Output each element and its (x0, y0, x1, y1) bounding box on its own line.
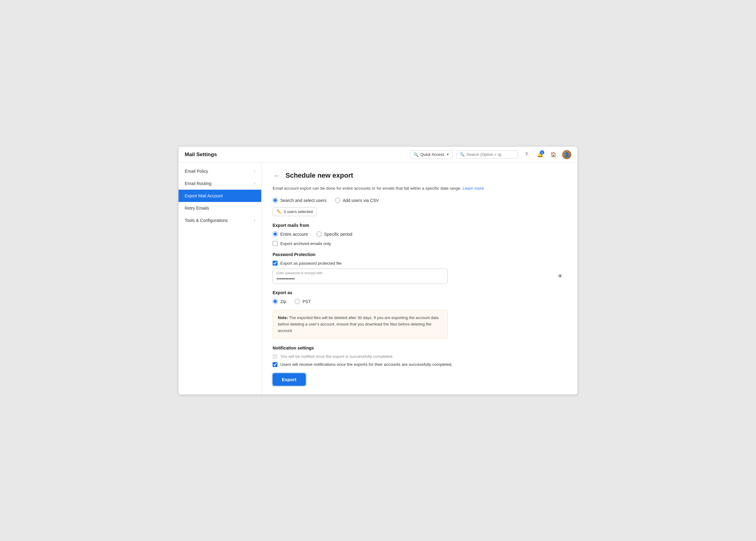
chevron-right-icon: › (254, 181, 255, 186)
password-protect-label: Export as password protected file (280, 261, 342, 266)
specific-period-radio[interactable] (316, 232, 322, 237)
sidebar-item-label: Email Routing (185, 181, 211, 186)
learn-more-link[interactable]: Learn more (463, 186, 484, 191)
app-title: Mail Settings (185, 152, 217, 158)
sidebar-item-email-policy[interactable]: Email Policy › (179, 165, 261, 177)
export-format-radio-group: Zip PST (272, 299, 567, 304)
top-bar-right: 🔍 Quick Access ▼ 🔍 ? 🔔 1 🏠 👤 (410, 150, 571, 160)
export-period-radio-group: Entire account Specific period (272, 232, 567, 237)
export-as-section: Export as Zip PST (272, 290, 567, 304)
sidebar-item-label: Tools & Configurations (185, 218, 228, 223)
pencil-icon: ✏️ (276, 209, 281, 214)
users-selected-tag[interactable]: ✏️ 3 users selected (272, 207, 317, 216)
back-arrow-icon: ← (274, 172, 280, 179)
export-mails-from-section: Export mails from Entire account Specifi… (272, 223, 567, 246)
notify-self-checkbox[interactable] (272, 354, 277, 359)
export-archived-option[interactable]: Export archived emails only (272, 241, 567, 246)
quick-access-label: Quick Access (420, 152, 444, 157)
pst-label: PST (302, 299, 311, 304)
sidebar-item-label: Retry Emails (185, 206, 209, 211)
notification-settings-section: Notification settings You will be notifi… (272, 345, 567, 367)
chevron-right-icon: › (254, 169, 255, 173)
specific-period-option[interactable]: Specific period (316, 232, 352, 237)
search-input[interactable] (467, 152, 515, 157)
add-via-csv-radio[interactable] (335, 198, 340, 203)
export-archived-checkbox[interactable] (272, 241, 277, 246)
entire-account-radio[interactable] (272, 232, 278, 237)
zip-label: Zip (280, 299, 286, 304)
top-bar: Mail Settings 🔍 Quick Access ▼ 🔍 ? 🔔 1 🏠 (179, 147, 577, 163)
users-selected-label: 3 users selected (284, 209, 313, 214)
password-protect-checkbox[interactable] (272, 261, 277, 266)
entire-account-option[interactable]: Entire account (272, 232, 308, 237)
notify-users-checkbox[interactable] (272, 362, 277, 367)
zip-radio[interactable] (272, 299, 278, 304)
notify-users-label: Users will receive notifications once th… (280, 362, 453, 367)
search-select-users-radio[interactable] (272, 198, 278, 203)
notify-self-label: You will be notified once the export is … (280, 354, 393, 359)
eye-icon[interactable]: 👁 (558, 273, 563, 279)
add-via-csv-label: Add users via CSV (343, 198, 379, 203)
avatar-image: 👤 (562, 150, 571, 159)
content-header: ← Schedule new export (272, 171, 567, 180)
password-protect-option[interactable]: Export as password protected file (272, 261, 567, 266)
zip-option[interactable]: Zip (272, 299, 286, 304)
search-icon: 🔍 (460, 152, 465, 157)
page-title: Schedule new export (285, 172, 353, 180)
help-icon: ? (525, 152, 528, 157)
main-layout: Email Policy › Email Routing › Export Ma… (179, 163, 577, 394)
search-select-label: Search and select users (280, 198, 326, 203)
export-button[interactable]: Export (272, 373, 306, 386)
notification-settings-title: Notification settings (272, 345, 567, 350)
home-button[interactable]: 🏠 (549, 150, 559, 160)
note-bold: Note: (278, 315, 288, 320)
pst-option[interactable]: PST (295, 299, 311, 304)
sidebar-item-tools-configurations[interactable]: Tools & Configurations › (179, 214, 261, 227)
entire-account-label: Entire account (280, 232, 308, 237)
quick-access-button[interactable]: 🔍 Quick Access ▼ (410, 150, 453, 159)
notifications-button[interactable]: 🔔 1 (535, 150, 545, 160)
pst-radio[interactable] (295, 299, 300, 304)
global-search[interactable]: 🔍 (456, 150, 518, 159)
chevron-right-icon: › (254, 218, 255, 223)
avatar[interactable]: 👤 (562, 150, 571, 159)
export-as-title: Export as (272, 290, 567, 295)
note-text: The exported files will be deleted after… (278, 315, 439, 333)
notify-users-option[interactable]: Users will receive notifications once th… (272, 362, 567, 367)
password-protection-title: Password Protection (272, 252, 567, 257)
export-archived-label: Export archived emails only (280, 241, 331, 246)
content-area: ← Schedule new export Email account expo… (261, 163, 577, 394)
note-box: Note: The exported files will be deleted… (272, 310, 448, 338)
export-mails-from-title: Export mails from (272, 223, 567, 228)
password-protection-section: Password Protection Export as password p… (272, 252, 567, 284)
back-button[interactable]: ← (272, 171, 281, 180)
user-selection-radio-group: Search and select users Add users via CS… (272, 198, 567, 203)
sidebar-item-retry-emails[interactable]: Retry Emails (179, 202, 261, 214)
home-icon: 🏠 (551, 152, 557, 157)
password-field-container: Enter password to encrypt with 👁 (272, 269, 567, 284)
description-text: Email account export can be done for ent… (272, 185, 567, 192)
help-button[interactable]: ? (522, 150, 531, 160)
sidebar-item-label: Export Mail Account (185, 193, 223, 198)
sidebar-item-export-mail-account[interactable]: Export Mail Account (179, 190, 261, 202)
app-window: Mail Settings 🔍 Quick Access ▼ 🔍 ? 🔔 1 🏠 (178, 146, 578, 395)
add-via-csv-option[interactable]: Add users via CSV (335, 198, 379, 203)
search-icon: 🔍 (413, 152, 419, 157)
password-field-label: Enter password to encrypt with (276, 271, 322, 275)
search-select-users-option[interactable]: Search and select users (272, 198, 326, 203)
sidebar-item-email-routing[interactable]: Email Routing › (179, 177, 261, 190)
chevron-down-icon: ▼ (446, 153, 449, 156)
specific-period-label: Specific period (324, 232, 352, 237)
sidebar-item-label: Email Policy (185, 169, 208, 174)
notification-badge: 1 (540, 150, 544, 155)
sidebar: Email Policy › Email Routing › Export Ma… (179, 163, 261, 394)
notify-self-option[interactable]: You will be notified once the export is … (272, 354, 567, 359)
